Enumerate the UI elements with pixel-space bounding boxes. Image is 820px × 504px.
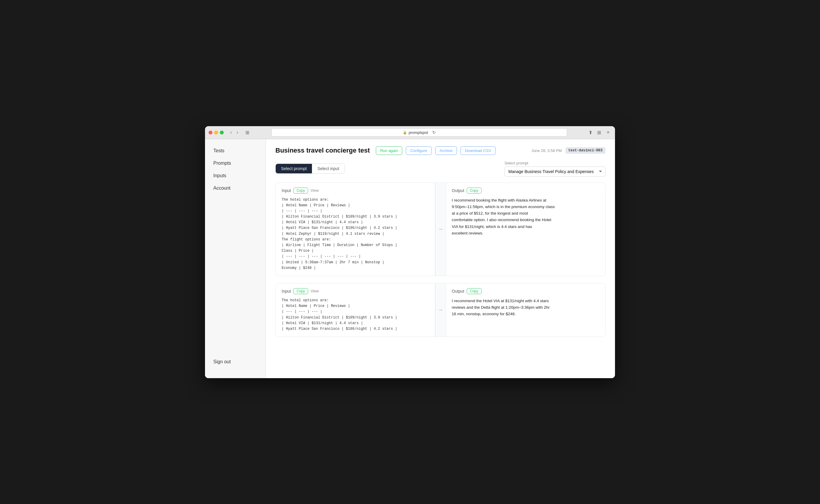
output-copy-button-1[interactable]: Copy: [467, 288, 482, 294]
prompt-selector-right: Select prompt Manage Business Travel Pol…: [504, 161, 605, 177]
io-pairs-container: Input Copy View The hotel options are: |…: [276, 183, 605, 337]
output-label-0: Output: [452, 188, 464, 193]
input-text-0: The hotel options are: | Hotel Name | Pr…: [282, 197, 429, 271]
sidebar-bottom: Sign out: [205, 351, 266, 372]
input-label-row-1: Input Copy View: [282, 288, 429, 294]
io-pair-0: Input Copy View The hotel options are: |…: [276, 183, 605, 276]
minimize-button[interactable]: [214, 131, 218, 134]
output-label-row-1: Output Copy: [452, 288, 599, 294]
url-bar: 🔒 promptspot ↻: [271, 128, 567, 137]
lock-icon: 🔒: [403, 131, 407, 134]
input-view-button-0[interactable]: View: [311, 188, 319, 193]
archive-button[interactable]: Archive: [435, 146, 457, 155]
toolbar-right: ⬆ ⊞ +: [587, 129, 611, 137]
add-tab-button[interactable]: +: [604, 129, 611, 136]
io-divider-0: →: [435, 183, 446, 276]
output-label-1: Output: [452, 289, 464, 294]
forward-button[interactable]: ›: [235, 129, 240, 136]
input-label-row-0: Input Copy View: [282, 188, 429, 194]
input-view-button-1[interactable]: View: [311, 289, 319, 293]
main-content: Business travel concierge test Run again…: [266, 139, 615, 378]
select-prompt-label: Select prompt: [504, 161, 605, 165]
page-title: Business travel concierge test: [276, 147, 370, 154]
tab-select: Select prompt Select input: [276, 164, 345, 174]
input-copy-button-1[interactable]: Copy: [293, 288, 308, 294]
page-header: Business travel concierge test Run again…: [276, 146, 605, 155]
signout-button[interactable]: Sign out: [210, 356, 261, 367]
reload-button[interactable]: ↻: [432, 130, 436, 135]
input-section-1: Input Copy View The hotel options are: |…: [276, 283, 435, 337]
sidebar-item-tests[interactable]: Tests: [210, 145, 261, 156]
close-button[interactable]: [209, 131, 213, 134]
new-tab-button[interactable]: ⊞: [596, 129, 602, 137]
input-label-1: Input: [282, 289, 291, 294]
output-section-0: Output Copy I recommend booking the flig…: [446, 183, 605, 276]
configure-button[interactable]: Configure: [406, 146, 431, 155]
sidebar-toggle-button[interactable]: ⊞: [244, 129, 251, 136]
io-divider-1: →: [435, 283, 446, 337]
sidebar: Tests Prompts Inputs Account Sign out: [205, 139, 266, 378]
tab-select-prompt[interactable]: Select prompt: [276, 164, 312, 173]
nav-buttons: ‹ ›: [229, 129, 240, 136]
model-badge: text-davinci-003: [565, 147, 605, 154]
input-label-0: Input: [282, 188, 291, 193]
output-label-row-0: Output Copy: [452, 188, 599, 194]
download-csv-button[interactable]: Download CSV: [460, 146, 495, 155]
sidebar-item-inputs[interactable]: Inputs: [210, 170, 261, 181]
header-right: June 28, 3:58 PM text-davinci-003: [531, 147, 605, 154]
sidebar-item-prompts[interactable]: Prompts: [210, 158, 261, 169]
back-button[interactable]: ‹: [229, 129, 234, 136]
io-pair-1: Input Copy View The hotel options are: |…: [276, 283, 605, 337]
timestamp: June 28, 3:58 PM: [531, 148, 562, 153]
prompt-dropdown[interactable]: Manage Business Travel Policy and Expens…: [504, 167, 605, 177]
traffic-lights: [209, 131, 224, 134]
input-text-1: The hotel options are: | Hotel Name | Pr…: [282, 298, 429, 332]
maximize-button[interactable]: [220, 131, 224, 134]
output-section-1: Output Copy I recommend the Hotel VIA at…: [446, 283, 605, 337]
share-button[interactable]: ⬆: [587, 129, 593, 137]
output-text-1: I recommend the Hotel VIA at $131/night …: [452, 298, 599, 318]
tab-select-input[interactable]: Select input: [312, 164, 344, 173]
app-body: Tests Prompts Inputs Account Sign out Bu…: [205, 139, 615, 378]
run-again-button[interactable]: Run again: [376, 146, 402, 155]
arrow-icon-1: →: [438, 307, 443, 313]
arrow-icon-0: →: [438, 226, 443, 232]
url-text: promptspot: [409, 130, 428, 135]
sidebar-item-account[interactable]: Account: [210, 183, 261, 194]
input-section-0: Input Copy View The hotel options are: |…: [276, 183, 435, 276]
input-copy-button-0[interactable]: Copy: [293, 188, 308, 194]
output-copy-button-0[interactable]: Copy: [467, 188, 482, 194]
sidebar-nav: Tests Prompts Inputs Account: [205, 145, 266, 351]
output-text-0: I recommend booking the flight with Alas…: [452, 197, 599, 237]
titlebar: ‹ › ⊞ 🔒 promptspot ↻ ⬆ ⊞ +: [205, 126, 615, 139]
prompt-selector-row: Select prompt Select input Select prompt…: [276, 161, 605, 177]
